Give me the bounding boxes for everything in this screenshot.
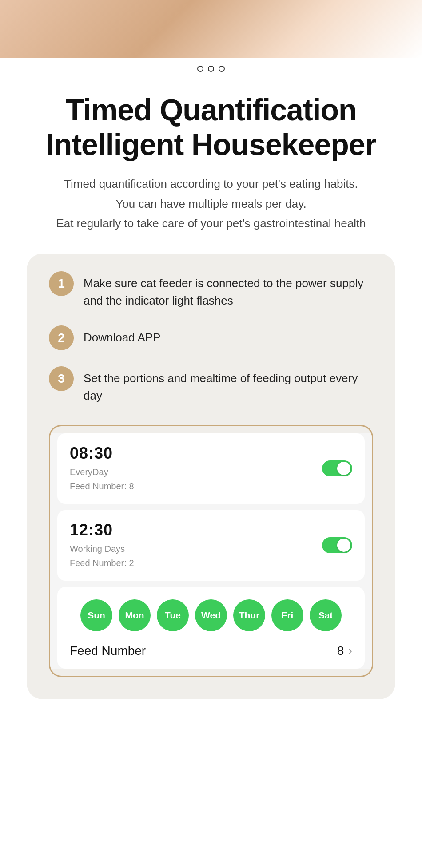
day-mon[interactable]: Mon xyxy=(119,599,151,631)
days-row: Sun Mon Tue Wed Thur Fri xyxy=(68,599,354,631)
step-item-3: 3 Set the portions and mealtime of feedi… xyxy=(49,366,373,404)
day-wed[interactable]: Wed xyxy=(195,599,227,631)
feed-number-row[interactable]: Feed Number 8 › xyxy=(68,644,354,658)
step-text-3: Set the portions and mealtime of feeding… xyxy=(84,366,373,404)
step-text-2: Download APP xyxy=(84,325,160,346)
page-title: Timed Quantification Intelligent Houseke… xyxy=(18,92,404,162)
day-sun[interactable]: Sun xyxy=(80,599,112,631)
toggle-1[interactable] xyxy=(322,460,352,476)
step-text-1: Make sure cat feeder is connected to the… xyxy=(84,271,373,309)
day-fri[interactable]: Fri xyxy=(271,599,303,631)
day-thur[interactable]: Thur xyxy=(233,599,265,631)
days-feed-card: Sun Mon Tue Wed Thur Fri xyxy=(57,587,365,669)
toggle-knob-2 xyxy=(337,539,350,552)
toggle-2[interactable] xyxy=(322,537,352,553)
step-item-1: 1 Make sure cat feeder is connected to t… xyxy=(49,271,373,309)
dot-3 xyxy=(219,66,225,72)
schedule-inner: 08:30 EveryDay Feed Number: 8 12:30 Work… xyxy=(50,433,372,669)
schedule-card: 08:30 EveryDay Feed Number: 8 12:30 Work… xyxy=(49,425,373,677)
step-number-2: 2 xyxy=(49,325,74,350)
day-sat[interactable]: Sat xyxy=(310,599,342,631)
step-item-2: 2 Download APP xyxy=(49,325,373,350)
main-card: 1 Make sure cat feeder is connected to t… xyxy=(27,254,395,699)
toggle-knob-1 xyxy=(337,462,350,475)
step-number-3: 3 xyxy=(49,366,74,391)
feed-number-value: 8 › xyxy=(337,644,352,658)
feed-number-label: Feed Number xyxy=(70,644,146,658)
hero-subtitle: Timed quantification according to your p… xyxy=(18,174,404,233)
chevron-right-icon: › xyxy=(348,644,352,658)
hero-image xyxy=(0,0,422,58)
steps-list: 1 Make sure cat feeder is connected to t… xyxy=(49,271,373,404)
feed-meta-2: Working Days Feed Number: 2 xyxy=(70,542,352,570)
feed-meta-1: EveryDay Feed Number: 8 xyxy=(70,465,352,493)
step-number-1: 1 xyxy=(49,271,74,296)
day-tue[interactable]: Tue xyxy=(157,599,189,631)
dot-1 xyxy=(197,66,203,72)
feed-entry-1: 08:30 EveryDay Feed Number: 8 xyxy=(57,433,365,504)
dot-2 xyxy=(208,66,214,72)
feed-time-2: 12:30 xyxy=(70,521,352,539)
hero-section: Timed Quantification Intelligent Houseke… xyxy=(0,79,422,238)
feed-entry-2: 12:30 Working Days Feed Number: 2 xyxy=(57,510,365,581)
page-indicators xyxy=(0,58,422,79)
feed-time-1: 08:30 xyxy=(70,444,352,463)
